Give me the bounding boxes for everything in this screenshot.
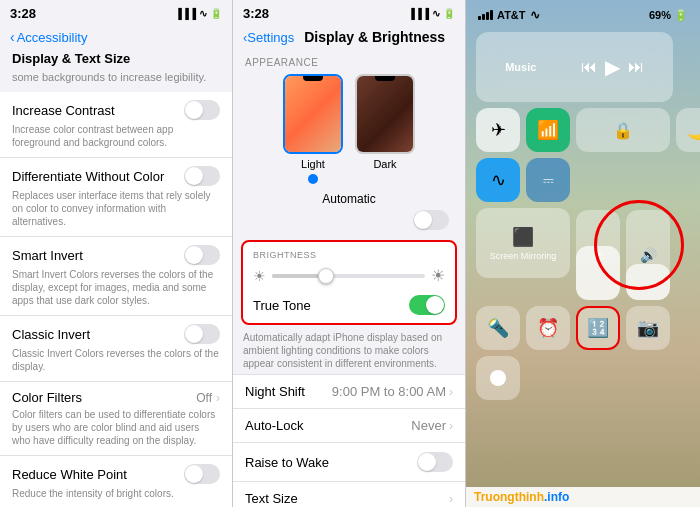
setting-desc: Color filters can be used to differentia… — [12, 408, 220, 447]
auto-lock-item[interactable]: Auto-Lock Never › — [233, 409, 465, 443]
setting-desc: Smart Invert Colors reverses the colors … — [12, 268, 220, 307]
airplane-tile[interactable]: ✈ — [476, 108, 520, 152]
moon-tile[interactable]: 🌙 — [676, 108, 700, 152]
camera-tile[interactable]: 📷 — [626, 306, 670, 350]
brightness-slider-v[interactable]: ☀ — [576, 210, 620, 300]
fast-forward-icon[interactable]: ⏭ — [628, 58, 644, 76]
watermark-panel3: Truongthinh.info — [466, 487, 700, 507]
light-label: Light — [301, 158, 325, 170]
auto-label: Automatic — [245, 192, 453, 206]
music-controls: ⏮ ▶ ⏭ — [581, 55, 644, 79]
screen-mirroring-tile[interactable]: ⬛ Screen Mirroring — [476, 208, 570, 278]
setting-classic-invert: Classic Invert Classic Invert Colors rev… — [0, 316, 232, 382]
wifi-tile-icon: ∿ — [491, 169, 506, 191]
carrier-label: AT&T — [497, 9, 526, 21]
notch — [303, 76, 323, 81]
page-title-1: Display & Text Size — [0, 51, 232, 70]
night-shift-item[interactable]: Night Shift 9:00 PM to 8:00 AM › — [233, 375, 465, 409]
battery-icon-3: 🔋 — [674, 9, 688, 22]
bluetooth-tile[interactable]: ⎓ — [526, 158, 570, 202]
toggle-increase-contrast[interactable] — [184, 100, 220, 120]
appearance-section: APPEARANCE Light Dark Automatic — [233, 51, 465, 240]
toggle-differentiate[interactable] — [184, 166, 220, 186]
calculator-tile[interactable]: 🔢 — [576, 306, 620, 350]
battery-icon-2: 🔋 — [443, 8, 455, 19]
clock-tile[interactable]: ⏰ — [526, 306, 570, 350]
setting-title: Smart Invert — [12, 248, 83, 263]
calculator-icon: 🔢 — [587, 317, 609, 339]
back-label-1: Accessibility — [17, 30, 88, 45]
wifi-tile[interactable]: ∿ — [476, 158, 520, 202]
music-tile[interactable]: Music ⏮ ▶ ⏭ — [476, 32, 673, 102]
back-button-1[interactable]: ‹ Accessibility — [10, 29, 87, 45]
camera-icon: 📷 — [637, 317, 659, 339]
rewind-icon[interactable]: ⏮ — [581, 58, 597, 76]
text-size-label: Text Size — [245, 491, 298, 506]
bluetooth-icon: ⎓ — [543, 170, 554, 191]
dark-screen — [357, 76, 413, 152]
status-icons-1: ▐▐▐ ∿ 🔋 — [175, 8, 222, 19]
back-button-2[interactable]: ‹ Settings — [243, 30, 294, 45]
text-size-item[interactable]: Text Size › — [233, 482, 465, 507]
nav-bar-1: ‹ Accessibility — [0, 25, 232, 51]
battery-percent: 69% — [649, 9, 671, 21]
setting-desc: Classic Invert Colors reverses the color… — [12, 347, 220, 373]
watermark-blue-3: .info — [544, 490, 569, 504]
setting-desc: Replaces user interface items that rely … — [12, 189, 220, 228]
battery-icon-1: 🔋 — [210, 8, 222, 19]
appearance-light-option[interactable]: Light — [283, 74, 343, 184]
setting-title: Reduce White Point — [12, 467, 127, 482]
chevron-right-icon-text: › — [449, 492, 453, 506]
toggle-raise-to-wake[interactable] — [417, 452, 453, 472]
brightness-slider[interactable] — [272, 274, 425, 278]
brightness-row: ☀ ☀ — [253, 266, 445, 285]
cc-row-music: Music ⏮ ▶ ⏭ — [476, 32, 690, 102]
chevron-left-icon: ‹ — [10, 29, 15, 45]
scroll-content-1: some backgrounds to increase legibility.… — [0, 70, 232, 507]
cc-row-record — [476, 356, 690, 400]
wifi-icon-3: ∿ — [530, 8, 540, 22]
volume-icon-v: 🔊 — [640, 247, 657, 263]
toggle-true-tone[interactable] — [409, 295, 445, 315]
night-shift-label: Night Shift — [245, 384, 305, 399]
auto-lock-value: Never › — [411, 418, 453, 433]
toggle-automatic[interactable] — [413, 210, 449, 230]
setting-header: Increase Contrast — [12, 100, 220, 120]
cellular-tile[interactable]: 📶 — [526, 108, 570, 152]
dark-preview — [355, 74, 415, 154]
dark-label: Dark — [373, 158, 396, 170]
setting-header: Smart Invert — [12, 245, 220, 265]
play-icon[interactable]: ▶ — [605, 55, 620, 79]
setting-increase-contrast: Increase Contrast Increase color contras… — [0, 92, 232, 158]
toggle-smart-invert[interactable] — [184, 245, 220, 265]
watermark-orange-3: Truongthinh — [474, 490, 544, 504]
intro-text: some backgrounds to increase legibility. — [0, 70, 232, 92]
signal-icon: ▐▐▐ — [175, 8, 196, 19]
bar3 — [486, 12, 489, 20]
moon-icon: 🌙 — [687, 119, 700, 141]
lock-icon: 🔒 — [613, 121, 633, 140]
record-icon — [490, 370, 506, 386]
volume-slider-v[interactable]: 🔊 — [626, 210, 670, 300]
setting-smart-invert: Smart Invert Smart Invert Colors reverse… — [0, 237, 232, 316]
setting-header: Reduce White Point — [12, 464, 220, 484]
volume-fill-v — [626, 264, 670, 300]
flashlight-icon: 🔦 — [487, 317, 509, 339]
music-label: Music — [505, 61, 536, 73]
appearance-row: Light Dark — [245, 74, 453, 184]
flashlight-tile[interactable]: 🔦 — [476, 306, 520, 350]
light-screen — [285, 76, 341, 152]
color-filters-value: Off — [196, 391, 212, 405]
status-bar-3: AT&T ∿ 69% 🔋 — [466, 0, 700, 26]
auto-toggle-row — [245, 210, 453, 230]
lock-rotation-tile[interactable]: 🔒 — [576, 108, 670, 152]
appearance-dark-option[interactable]: Dark — [355, 74, 415, 184]
status-icons-2: ▐▐▐ ∿ 🔋 — [408, 8, 455, 19]
nav-bar-2: ‹ Settings Display & Brightness — [233, 25, 465, 51]
cc-row-connectivity: ✈ 📶 ∿ ⎓ — [476, 108, 690, 202]
toggle-reduce-white-point[interactable] — [184, 464, 220, 484]
toggle-classic-invert[interactable] — [184, 324, 220, 344]
status-time-2: 3:28 — [243, 6, 269, 21]
record-tile[interactable] — [476, 356, 520, 400]
light-preview — [283, 74, 343, 154]
